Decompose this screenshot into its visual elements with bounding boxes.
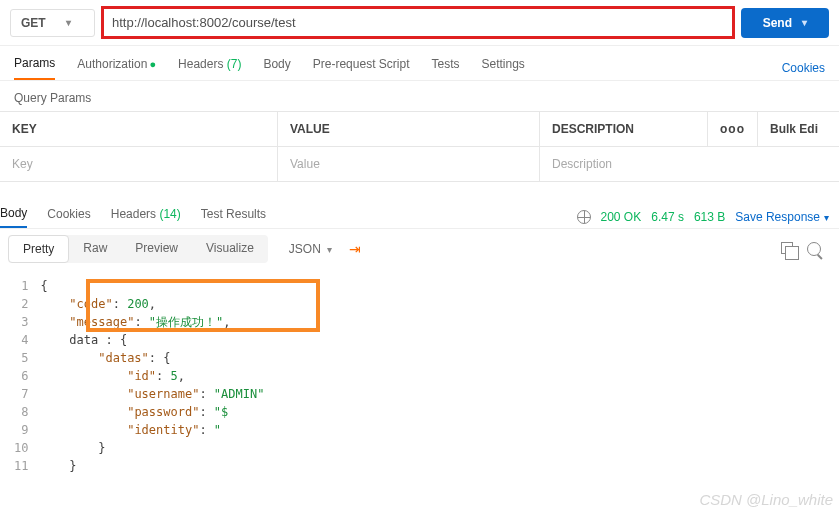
description-input[interactable]: Description xyxy=(540,147,839,181)
format-select[interactable]: JSON ▾ xyxy=(278,236,343,262)
resp-tab-cookies[interactable]: Cookies xyxy=(47,207,90,227)
table-header-row: KEY VALUE DESCRIPTION ooo Bulk Edi xyxy=(0,111,839,146)
chevron-down-icon: ▾ xyxy=(802,17,807,28)
key-input[interactable]: Key xyxy=(0,147,278,181)
request-tabs: Params Authorization● Headers (7) Body P… xyxy=(0,46,839,81)
cookies-link[interactable]: Cookies xyxy=(782,61,825,75)
save-response-button[interactable]: Save Response▾ xyxy=(735,210,829,224)
view-tab-pretty[interactable]: Pretty xyxy=(8,235,69,263)
http-method-label: GET xyxy=(21,16,46,30)
response-body: 1234567891011 { "code": 200, "message": … xyxy=(0,269,839,475)
response-view-row: Pretty Raw Preview Visualize JSON ▾ ⇥ xyxy=(0,229,839,269)
line-numbers: 1234567891011 xyxy=(14,277,40,475)
response-tabs: Body Cookies Headers (14) Test Results 2… xyxy=(0,200,839,229)
tab-body[interactable]: Body xyxy=(263,57,290,79)
resp-tab-headers[interactable]: Headers (14) xyxy=(111,207,181,227)
resp-tab-body[interactable]: Body xyxy=(0,206,27,228)
http-method-select[interactable]: GET ▾ xyxy=(10,9,95,37)
query-params-table: KEY VALUE DESCRIPTION ooo Bulk Edi Key V… xyxy=(0,111,839,182)
tab-prerequest[interactable]: Pre-request Script xyxy=(313,57,410,79)
view-tab-preview[interactable]: Preview xyxy=(121,235,192,263)
table-row[interactable]: Key Value Description xyxy=(0,146,839,182)
network-icon[interactable] xyxy=(577,210,591,224)
chevron-down-icon: ▾ xyxy=(824,212,829,223)
view-tab-visualize[interactable]: Visualize xyxy=(192,235,268,263)
col-value: VALUE xyxy=(278,112,540,146)
tab-settings[interactable]: Settings xyxy=(482,57,525,79)
request-bar: GET ▾ Send ▾ xyxy=(0,0,839,46)
resp-tab-test-results[interactable]: Test Results xyxy=(201,207,266,227)
send-button[interactable]: Send ▾ xyxy=(741,8,829,38)
chevron-down-icon: ▾ xyxy=(66,17,71,28)
status-size: 613 B xyxy=(694,210,725,224)
tab-authorization[interactable]: Authorization● xyxy=(77,57,156,79)
code-content[interactable]: { "code": 200, "message": "操作成功！", data … xyxy=(40,277,264,475)
chevron-down-icon: ▾ xyxy=(327,244,332,255)
wrap-lines-icon[interactable]: ⇥ xyxy=(349,241,361,257)
status-code: 200 OK xyxy=(601,210,642,224)
view-tabs: Pretty Raw Preview Visualize xyxy=(8,235,268,263)
value-input[interactable]: Value xyxy=(278,147,540,181)
search-icon[interactable] xyxy=(807,242,821,256)
response-status-bar: 200 OK 6.47 s 613 B Save Response▾ xyxy=(577,210,830,224)
more-options-button[interactable]: ooo xyxy=(708,112,758,146)
status-dot-icon: ● xyxy=(149,58,156,70)
view-tab-raw[interactable]: Raw xyxy=(69,235,121,263)
col-key: KEY xyxy=(0,112,278,146)
send-button-label: Send xyxy=(763,16,792,30)
tab-headers[interactable]: Headers (7) xyxy=(178,57,241,79)
bulk-edit-button[interactable]: Bulk Edi xyxy=(758,112,839,146)
url-input[interactable] xyxy=(101,6,735,39)
copy-icon[interactable] xyxy=(781,242,793,254)
tab-params[interactable]: Params xyxy=(14,56,55,80)
status-time: 6.47 s xyxy=(651,210,684,224)
tab-tests[interactable]: Tests xyxy=(431,57,459,79)
query-params-title: Query Params xyxy=(0,81,839,111)
col-description: DESCRIPTION xyxy=(540,112,708,146)
